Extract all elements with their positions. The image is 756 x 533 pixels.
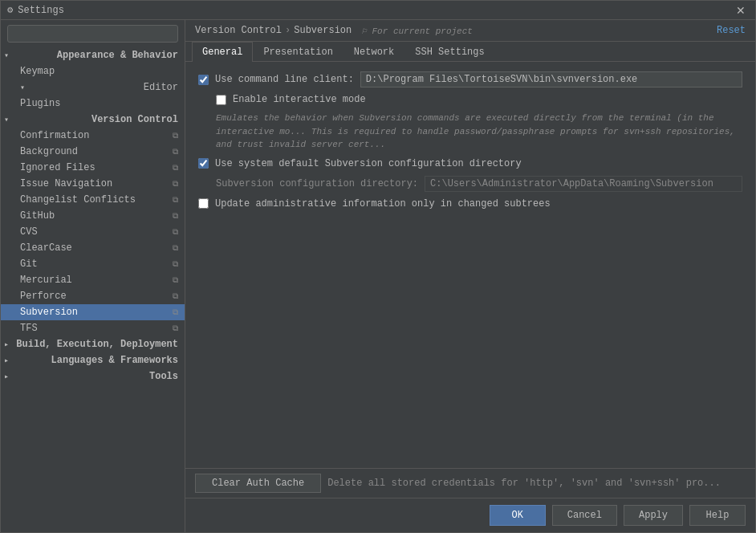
sidebar-item-background[interactable]: Background⧉ <box>1 144 185 160</box>
sidebar-item-label: CVS <box>20 226 38 238</box>
sidebar-item-plugins[interactable]: Plugins <box>1 96 185 112</box>
system-default-row: Use system default Subversion configurat… <box>198 158 742 169</box>
tab-ssh-settings[interactable]: SSH Settings <box>404 42 494 62</box>
copy-icon: ⧉ <box>173 292 178 301</box>
sidebar-item-mercurial[interactable]: Mercurial⧉ <box>1 272 185 288</box>
sidebar-item-tools[interactable]: ▸Tools <box>1 368 185 384</box>
breadcrumb-current: Subversion <box>294 25 352 36</box>
help-button[interactable]: Help <box>689 505 746 526</box>
cancel-button[interactable]: Cancel <box>552 505 617 526</box>
copy-icon: ⧉ <box>173 276 178 285</box>
search-input[interactable] <box>7 25 178 43</box>
tab-network[interactable]: Network <box>343 42 404 62</box>
sidebar-item-build[interactable]: ▸Build, Execution, Deployment <box>1 336 185 352</box>
tabs-bar: General Presentation Network SSH Setting… <box>185 42 755 62</box>
enable-interactive-label: Enable interactive mode <box>233 94 366 105</box>
sidebar-item-label: Ignored Files <box>20 162 96 173</box>
enable-interactive-checkbox[interactable] <box>216 95 226 105</box>
settings-content: Use command line client: Enable interact… <box>185 62 755 468</box>
sidebar-item-cvs[interactable]: CVS⧉ <box>1 224 185 240</box>
copy-icon: ⧉ <box>173 180 178 189</box>
copy-icon: ⧉ <box>173 324 178 333</box>
breadcrumb-separator: › <box>285 25 291 36</box>
copy-icon: ⧉ <box>173 164 178 173</box>
settings-icon: ⚙ <box>7 4 13 16</box>
copy-icon: ⧉ <box>173 228 178 237</box>
sidebar-item-label: Editor <box>144 82 178 93</box>
sidebar-item-tfs[interactable]: TFS⧉ <box>1 320 185 336</box>
sidebar-item-label: Mercurial <box>20 275 72 286</box>
sidebar-item-version-control[interactable]: ▾Version Control <box>1 112 185 128</box>
sidebar-item-label: Languages & Frameworks <box>51 355 178 366</box>
bottom-bar: Clear Auth Cache Delete all stored crede… <box>185 468 755 498</box>
right-panel: Version Control › Subversion ⚐ For curre… <box>185 20 755 532</box>
use-command-line-row: Use command line client: <box>198 71 742 87</box>
sidebar-item-keymap[interactable]: Keymap <box>1 63 185 79</box>
sidebar-item-label: TFS <box>20 323 38 334</box>
expand-icon: ▾ <box>20 83 25 92</box>
expand-icon: ▸ <box>4 340 9 349</box>
sidebar-item-languages[interactable]: ▸Languages & Frameworks <box>1 352 185 368</box>
tab-general[interactable]: General <box>192 42 253 62</box>
sidebar-item-appearance[interactable]: ▾Appearance & Behavior <box>1 47 185 63</box>
breadcrumb-parent: Version Control <box>195 25 282 36</box>
window-title: Settings <box>18 5 64 16</box>
copy-icon: ⧉ <box>173 196 178 205</box>
apply-button[interactable]: Apply <box>624 505 683 526</box>
main-content: ▾Appearance & BehaviorKeymap▾EditorPlugi… <box>1 20 755 532</box>
tab-presentation[interactable]: Presentation <box>253 42 343 62</box>
sidebar-item-label: Confirmation <box>20 130 89 141</box>
system-default-label: Use system default Subversion configurat… <box>215 158 522 169</box>
sidebar-item-clearcase[interactable]: ClearCase⧉ <box>1 240 185 256</box>
sidebar-item-label: Changelist Conflicts <box>20 194 136 205</box>
sidebar-item-editor[interactable]: ▾Editor <box>1 79 185 96</box>
copy-icon: ⧉ <box>173 244 178 253</box>
footer: OK Cancel Apply Help <box>185 498 755 532</box>
expand-icon: ▾ <box>4 115 9 124</box>
copy-icon: ⧉ <box>173 260 178 269</box>
sidebar-item-label: Subversion <box>20 307 78 318</box>
sidebar-item-subversion[interactable]: Subversion⧉ <box>1 304 185 320</box>
sidebar: ▾Appearance & BehaviorKeymap▾EditorPlugi… <box>1 20 185 532</box>
reset-button[interactable]: Reset <box>717 25 746 36</box>
sidebar-item-git[interactable]: Git⧉ <box>1 256 185 272</box>
interactive-description: Emulates the behavior when Subversion co… <box>216 112 742 152</box>
use-command-line-checkbox[interactable] <box>198 75 209 85</box>
config-dir-input <box>425 176 742 192</box>
sidebar-item-label: Background <box>20 146 78 157</box>
clear-auth-cache-button[interactable]: Clear Auth Cache <box>195 474 321 493</box>
system-default-checkbox[interactable] <box>198 158 209 169</box>
close-button[interactable]: ✕ <box>733 4 749 17</box>
ok-button[interactable]: OK <box>490 505 546 526</box>
sidebar-item-label: Version Control <box>91 114 178 125</box>
config-dir-label: Subversion configuration directory: <box>216 178 418 189</box>
sidebar-item-label: Appearance & Behavior <box>57 50 178 61</box>
sidebar-item-label: Perforce <box>20 291 67 302</box>
sidebar-item-label: Tools <box>149 371 178 382</box>
sidebar-item-perforce[interactable]: Perforce⧉ <box>1 288 185 304</box>
sidebar-item-github[interactable]: GitHub⧉ <box>1 208 185 224</box>
copy-icon: ⧉ <box>173 132 178 140</box>
update-admin-checkbox[interactable] <box>198 198 209 209</box>
sidebar-item-label: Build, Execution, Deployment <box>16 339 178 350</box>
title-bar: ⚙ Settings ✕ <box>1 1 755 20</box>
sidebar-item-changelist-conflicts[interactable]: Changelist Conflicts⧉ <box>1 192 185 208</box>
command-line-path-input[interactable] <box>360 71 742 87</box>
sidebar-item-label: Plugins <box>20 98 60 109</box>
breadcrumb-description: ⚐ For current project <box>361 26 473 36</box>
sidebar-item-ignored-files[interactable]: Ignored Files⧉ <box>1 160 185 176</box>
sidebar-item-confirmation[interactable]: Confirmation⧉ <box>1 128 185 144</box>
sidebar-item-label: ClearCase <box>20 242 72 254</box>
sidebar-item-label: GitHub <box>20 210 55 222</box>
expand-icon: ▸ <box>4 372 9 381</box>
use-command-line-label: Use command line client: <box>215 74 354 85</box>
expand-icon: ▸ <box>4 356 9 365</box>
breadcrumb: Version Control › Subversion ⚐ For curre… <box>195 25 473 36</box>
title-bar-left: ⚙ Settings <box>7 4 64 16</box>
sidebar-item-issue-navigation[interactable]: Issue Navigation⧉ <box>1 176 185 192</box>
config-dir-row: Subversion configuration directory: <box>216 176 742 192</box>
interactive-mode-row: Enable interactive mode <box>216 94 742 105</box>
copy-icon: ⧉ <box>173 148 178 157</box>
cache-description: Delete all stored credentials for 'http'… <box>327 478 721 489</box>
copy-icon: ⧉ <box>173 212 178 221</box>
